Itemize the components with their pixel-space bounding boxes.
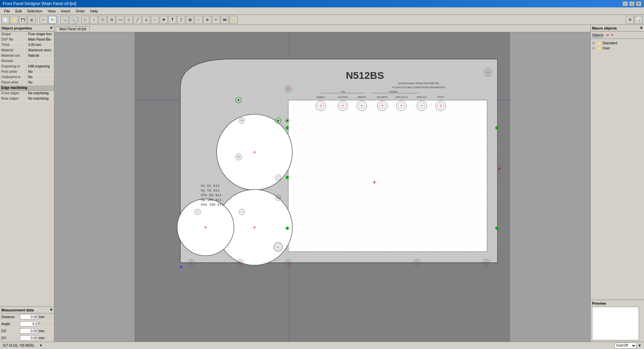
right-panel: Macro objects ✕ Objects ✏ ✕ ▷ 📁 Standard… xyxy=(590,25,644,342)
arrow-button[interactable]: → xyxy=(151,16,159,24)
svg-point-31 xyxy=(237,99,239,101)
prop-floodwhite: Flood white No xyxy=(0,80,54,85)
meas-distance-input[interactable] xyxy=(20,314,38,319)
menu-file[interactable]: File xyxy=(1,8,13,14)
handle-1[interactable] xyxy=(286,126,289,129)
main-canvas[interactable]: N512BS INTENTIONAL SPINS PROHIBITED FLIG… xyxy=(54,32,590,342)
menu-selection[interactable]: Selection xyxy=(24,8,45,14)
angle-button[interactable]: ∠ xyxy=(142,16,150,24)
caution-label: CAUTION xyxy=(338,96,348,98)
prop-material-label: Material xyxy=(0,48,27,52)
prop-floodwhite-value: No xyxy=(27,80,54,85)
prop-matcolor-value: Natural xyxy=(27,53,54,58)
object-properties-header: Object properties ✕ xyxy=(0,25,54,32)
measure-button[interactable]: ↔ xyxy=(195,16,203,24)
tab-main-panel[interactable]: Main Panel v9.fpd xyxy=(56,26,90,32)
round-rect-button[interactable]: ▭ xyxy=(116,16,124,24)
hatch-button[interactable]: ▨ xyxy=(186,16,194,24)
prop-engraving: Engraving m Infill engraving xyxy=(0,64,54,69)
meas-angle-row: Angle: ° xyxy=(0,320,54,328)
canvas-area[interactable]: Main Panel v9.fpd xyxy=(54,25,590,342)
bevel-button[interactable]: ◇ xyxy=(125,16,133,24)
object-properties-title: Object properties xyxy=(1,26,32,30)
text-button[interactable]: T xyxy=(168,16,176,24)
meas-dy-input[interactable] xyxy=(20,335,38,341)
menu-edit[interactable]: Edit xyxy=(13,8,24,14)
tree-user[interactable]: ▷ 📁 User xyxy=(592,45,643,50)
objects-tab[interactable]: Objects xyxy=(592,33,603,37)
zoom-in-button[interactable]: 🔍 xyxy=(60,16,68,24)
text2-button[interactable]: T̲ xyxy=(177,16,185,24)
new-button[interactable]: 📄 xyxy=(1,16,9,24)
undo-button[interactable]: ↩ xyxy=(40,16,48,24)
coords-dropdown-btn[interactable]: ▼ xyxy=(39,344,43,347)
arc-button[interactable]: ◔ xyxy=(107,16,115,24)
cut-button[interactable]: ✂ xyxy=(212,16,220,24)
grid-select[interactable]: Grid:Off Grid:1mm Grid:2mm Grid:5mm xyxy=(614,343,637,349)
prop-remark: Remark xyxy=(0,58,54,64)
prop-dxf-value: Main Panel Bla xyxy=(27,37,54,42)
prop-frontedges-label: Front edges xyxy=(0,91,27,95)
oval-button[interactable]: ○ xyxy=(90,16,98,24)
line-button[interactable]: ╱ xyxy=(133,16,142,24)
close-macro-icon[interactable]: ✕ xyxy=(640,26,643,30)
tree-standard[interactable]: ▷ 📁 Standard xyxy=(592,40,643,45)
rect-button[interactable]: □ xyxy=(81,16,89,24)
prop-rearedges-label: Rear edges xyxy=(0,96,27,101)
handle-3[interactable] xyxy=(286,227,289,230)
meas-dy-unit: mm xyxy=(39,336,45,340)
prop-shape: Shape Free shape fron xyxy=(0,32,54,37)
grid-dropdown-btn[interactable]: ▼ xyxy=(638,344,641,347)
delete-icon[interactable]: ✕ xyxy=(611,33,613,37)
close-panel-icon[interactable]: ✕ xyxy=(50,26,53,30)
meas-distance-label: Distance: xyxy=(1,315,20,319)
origin-marker xyxy=(180,266,183,268)
status-bar: X(7.4113), Y(6.8655) ▼ Grid:Off Grid:1mm… xyxy=(0,342,644,349)
svg-text:↖: ↖ xyxy=(277,245,279,249)
maximize-button[interactable]: □ xyxy=(629,1,635,6)
prop-printwhite: Print white No xyxy=(0,69,54,74)
canvas-container[interactable]: N512BS INTENTIONAL SPINS PROHIBITED FLIG… xyxy=(54,32,590,342)
open-button[interactable]: 📁 xyxy=(10,16,18,24)
panel-model-text: N512BS xyxy=(346,70,384,81)
poly-button[interactable]: ⬡ xyxy=(99,16,107,24)
preview-section: Preview xyxy=(591,300,644,342)
menu-help[interactable]: Help xyxy=(88,8,101,14)
prop-underprint-label: Underprint w xyxy=(0,75,27,79)
prop-engraving-label: Engraving m xyxy=(0,64,27,68)
error-label: ERROR xyxy=(358,96,366,98)
prop1-button[interactable]: ⚙ xyxy=(626,16,634,24)
prop-thick-label: Thick. xyxy=(0,43,27,47)
prop-material: Material Aluminum anoc xyxy=(0,48,54,53)
menu-order[interactable]: Order xyxy=(73,8,88,14)
select-button[interactable]: ↖ xyxy=(48,16,56,24)
handle-2[interactable] xyxy=(286,176,289,179)
macro-button[interactable]: ⚡ xyxy=(229,16,237,24)
grid-info: Grid:Off Grid:1mm Grid:2mm Grid:5mm ▼ xyxy=(614,343,641,349)
meas-angle-input[interactable] xyxy=(20,321,38,327)
print-button[interactable]: 🖨 xyxy=(28,16,36,24)
prop-thick: Thick. 3.00 mm xyxy=(0,42,54,48)
meas-dx-input[interactable] xyxy=(20,328,38,334)
handle-5[interactable] xyxy=(495,227,498,230)
speed-vx: Vx 61 kts xyxy=(201,184,220,188)
menu-insert[interactable]: Insert xyxy=(58,8,73,14)
prop-shape-label: Shape xyxy=(0,32,27,36)
prop-material-value: Aluminum anoc xyxy=(27,48,54,52)
3d-button[interactable]: 3D xyxy=(221,16,229,24)
minimize-button[interactable]: ─ xyxy=(623,1,628,6)
prop-remark-label: Remark xyxy=(0,59,27,63)
close-meas-icon[interactable]: ✕ xyxy=(50,308,53,312)
menu-view[interactable]: View xyxy=(45,8,58,14)
symbol-button[interactable]: ⊕ xyxy=(203,16,211,24)
cross-button[interactable]: ✚ xyxy=(160,16,168,24)
handle-4[interactable] xyxy=(495,126,498,129)
macro-toolbar: Objects ✏ ✕ xyxy=(591,32,644,39)
zoom-out-button[interactable]: 🔍 xyxy=(69,16,77,24)
close-button[interactable]: ✕ xyxy=(636,1,641,6)
save-button[interactable]: 💾 xyxy=(19,16,27,24)
prop2-button[interactable]: 📊 xyxy=(635,16,643,24)
prop-frontedges: Front edges No machining xyxy=(0,91,54,96)
edit-icon[interactable]: ✏ xyxy=(606,33,609,38)
stby-alt-label: STBY ALT xyxy=(417,96,427,98)
